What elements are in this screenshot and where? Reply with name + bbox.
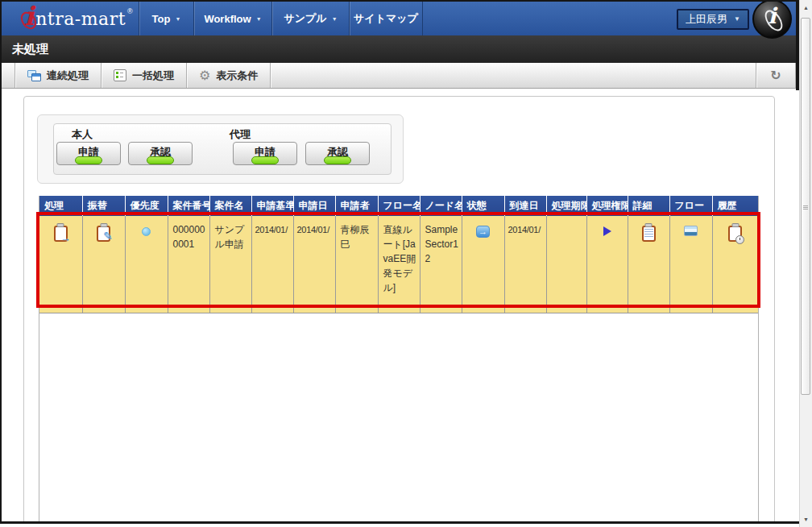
cell-applicant: 青柳辰巳 xyxy=(335,216,378,313)
cell-node-name: SampleSector12 xyxy=(420,216,462,313)
scrollbar-thumb[interactable] xyxy=(801,18,810,395)
detail-clipboard-icon[interactable] xyxy=(642,226,656,242)
list-area: 処理 振替 優先度 案件番号 案件名 申請基準日 申請日 申請者 フロー名 ノー… xyxy=(39,196,759,521)
cell-authority xyxy=(586,216,628,313)
col-arrival-date[interactable]: 到達日 xyxy=(504,196,546,216)
col-history[interactable]: 履歴 xyxy=(712,196,758,216)
col-transfer[interactable]: 振替 xyxy=(82,196,125,216)
cell-process[interactable] xyxy=(39,216,82,313)
status-arrow-icon xyxy=(476,226,490,238)
logo-mark-icon: i xyxy=(24,1,34,31)
cell-case-name: サンプル申請 xyxy=(209,216,251,313)
self-apply-button[interactable]: 申請 xyxy=(56,142,121,165)
toolbar: 連続処理 一括処理 表示条件 xyxy=(2,63,796,89)
cell-case-number: 0000000001 xyxy=(168,216,209,313)
pencil-overlay-icon xyxy=(103,230,113,242)
cell-base-date: 2014/01/ xyxy=(251,216,293,313)
vertical-scrollbar[interactable] xyxy=(799,0,812,527)
user-menu-button[interactable]: 上田辰男 xyxy=(677,9,749,30)
display-condition-button[interactable]: 表示条件 xyxy=(187,63,270,88)
checklist-icon xyxy=(114,69,126,81)
col-authority[interactable]: 処理権限 xyxy=(586,196,628,216)
title-bar: 未処理 xyxy=(2,35,796,63)
chevron-down-icon xyxy=(734,16,740,23)
col-base-date[interactable]: 申請基準日 xyxy=(251,196,293,216)
page-title: 未処理 xyxy=(2,42,48,57)
cascade-windows-icon xyxy=(27,70,41,81)
continuous-process-button[interactable]: 連続処理 xyxy=(15,63,101,88)
refresh-icon xyxy=(770,69,781,82)
nav-item-sample[interactable]: サンプル xyxy=(271,2,349,35)
cell-flow[interactable] xyxy=(669,216,712,313)
intra-mart-logo[interactable]: i ntra-mart ® xyxy=(24,2,133,35)
green-led-indicator xyxy=(147,156,174,164)
nav-item-label: サンプル xyxy=(284,11,326,26)
intra-mart-emblem-icon[interactable] xyxy=(752,0,792,39)
nav-item-label: サイトマップ xyxy=(354,11,418,26)
toolbar-separator xyxy=(270,63,271,88)
cell-status xyxy=(462,216,504,313)
col-node-name[interactable]: ノード名 xyxy=(420,196,462,216)
cell-arrival-date: 2014/01/ xyxy=(504,216,546,313)
col-case-number[interactable]: 案件番号 xyxy=(168,196,209,216)
chevron-down-icon xyxy=(332,16,338,22)
nav-item-sitemap[interactable]: サイトマップ xyxy=(349,2,423,35)
chevron-down-icon xyxy=(256,16,262,22)
transfer-edit-icon[interactable] xyxy=(97,226,110,242)
cell-transfer[interactable] xyxy=(82,216,125,313)
chevron-down-icon xyxy=(175,16,180,22)
authority-play-icon xyxy=(603,226,611,236)
registered-mark: ® xyxy=(127,7,133,15)
logo-text: ntra-mart xyxy=(35,9,126,29)
proxy-approve-button[interactable]: 承認 xyxy=(305,142,370,165)
table-row: 0000000001 サンプル申請 2014/01/ 2014/01/ 青柳辰巳… xyxy=(39,216,758,313)
process-clipboard-icon[interactable] xyxy=(54,226,68,242)
cell-priority xyxy=(125,216,168,313)
green-led-indicator xyxy=(251,156,279,164)
col-flow[interactable]: フロー xyxy=(669,196,712,216)
user-name: 上田辰男 xyxy=(686,12,727,27)
priority-dot-icon xyxy=(142,227,151,236)
batch-process-button[interactable]: 一括処理 xyxy=(102,63,186,88)
cell-history[interactable] xyxy=(712,216,758,313)
worklist-table: 処理 振替 優先度 案件番号 案件名 申請基準日 申請日 申請者 フロー名 ノー… xyxy=(39,196,758,313)
flow-image-icon[interactable] xyxy=(684,226,698,236)
content-panel: 本人 申請 承認 代理 申請 承認 xyxy=(23,96,775,522)
col-deadline[interactable]: 処理期限 xyxy=(546,196,586,216)
col-priority[interactable]: 優先度 xyxy=(125,196,168,216)
col-process[interactable]: 処理 xyxy=(39,196,82,216)
col-applicant[interactable]: 申請者 xyxy=(335,196,378,216)
filter-inner-panel: 本人 申請 承認 代理 申請 承認 xyxy=(53,123,392,175)
nav-menu: Top Workflow サンプル サイトマップ xyxy=(139,2,423,35)
scroll-down-arrow[interactable] xyxy=(802,514,810,525)
history-clipboard-icon[interactable] xyxy=(728,226,742,242)
cell-flow-name: 直線ルート[JavaEE開発モデル] xyxy=(378,216,420,313)
nav-item-label: Top xyxy=(152,13,171,25)
refresh-button[interactable] xyxy=(756,63,796,88)
filter-group-proxy-label: 代理 xyxy=(230,127,251,142)
nav-item-label: Workflow xyxy=(204,13,251,25)
filter-panel: 本人 申請 承認 代理 申請 承認 xyxy=(37,114,404,184)
gear-icon xyxy=(199,69,210,82)
clock-overlay-icon xyxy=(735,235,744,244)
cell-deadline xyxy=(546,216,586,313)
cell-apply-date: 2014/01/ xyxy=(293,216,335,313)
scroll-up-arrow[interactable] xyxy=(802,2,810,13)
proxy-apply-button[interactable]: 申請 xyxy=(233,142,297,165)
green-led-indicator xyxy=(75,156,102,164)
col-flow-name[interactable]: フロー名 xyxy=(378,196,420,216)
arrow-overlay-icon xyxy=(60,233,71,243)
nav-item-top[interactable]: Top xyxy=(139,2,193,35)
col-apply-date[interactable]: 申請日 xyxy=(293,196,335,216)
filter-group-self-label: 本人 xyxy=(72,127,93,142)
toolbar-button-label: 連続処理 xyxy=(47,68,89,83)
col-case-name[interactable]: 案件名 xyxy=(209,196,251,216)
self-approve-button[interactable]: 承認 xyxy=(128,142,193,165)
nav-item-workflow[interactable]: Workflow xyxy=(193,2,271,35)
col-detail[interactable]: 詳細 xyxy=(628,196,669,216)
toolbar-button-label: 一括処理 xyxy=(132,68,174,83)
top-nav: i ntra-mart ® Top Workflow サンプル サイトマップ 上… xyxy=(2,2,796,35)
cell-detail[interactable] xyxy=(628,216,669,313)
header-row: 処理 振替 優先度 案件番号 案件名 申請基準日 申請日 申請者 フロー名 ノー… xyxy=(39,196,758,216)
col-status[interactable]: 状態 xyxy=(462,196,504,216)
